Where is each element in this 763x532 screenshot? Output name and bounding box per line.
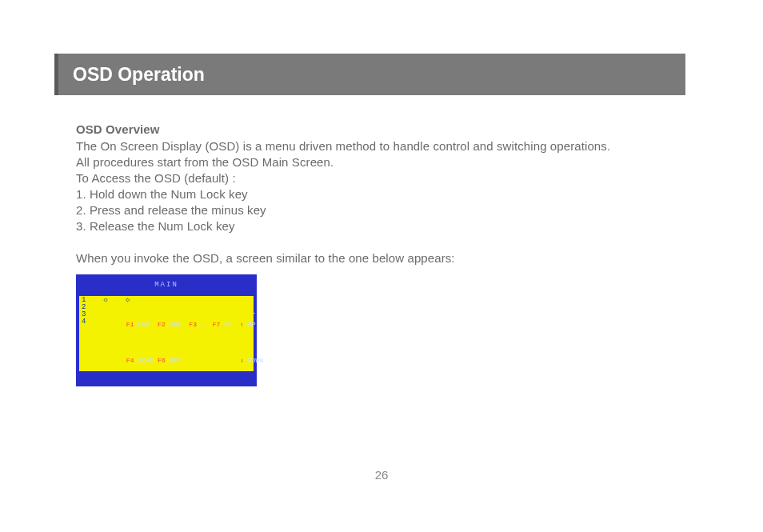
osd-screenshot: MAIN PN KVM USB ⊕ ☼ NAME 1 ☼ ☼ 2 3 4 F1:… <box>76 274 257 386</box>
fkey-label: F2 <box>158 321 166 328</box>
fkey-action: :SCAN <box>134 357 158 364</box>
fkey-label: F3 <box>189 321 197 328</box>
fkey-label: F1 <box>126 321 134 328</box>
body-text: When you invoke the OSD, a screen simila… <box>76 250 685 266</box>
osd-frame: MAIN PN KVM USB ⊕ ☼ NAME 1 ☼ ☼ 2 3 4 F1:… <box>76 274 257 386</box>
body-text: To Access the OSD (default) : <box>76 170 685 186</box>
fkey-label: F4 <box>126 357 134 364</box>
content-block: OSD Overview The On Screen Display (OSD)… <box>76 122 685 386</box>
fkey-action: :PN <box>220 321 240 328</box>
osd-footer-line2: F4:SCAN F6:SET ⇂:DOWN <box>79 350 254 371</box>
step-item: 1. Hold down the Num Lock key <box>76 186 685 202</box>
fkey-action: :KVM <box>134 321 158 328</box>
osd-footer: F1:KVM F2:USB F3:☼ F7:PN ↿:UP F4:SCAN F6… <box>79 299 254 386</box>
step-item: 2. Press and release the minus key <box>76 202 685 218</box>
document-page: OSD Operation OSD Overview The On Screen… <box>0 0 763 532</box>
osd-footer-line1: F1:KVM F2:USB F3:☼ F7:PN ↿:UP <box>79 314 254 335</box>
fkey-label: F6 <box>158 357 166 364</box>
section-title: OSD Operation <box>73 64 205 86</box>
fkey-action: :UP <box>244 321 256 328</box>
fkey-action: :☼ <box>197 321 213 328</box>
fkey-action: :DOWN <box>244 357 264 364</box>
spacer <box>76 234 685 250</box>
body-text: All procedures start from the OSD Main S… <box>76 154 685 170</box>
section-banner: OSD Operation <box>54 54 685 95</box>
step-item: 3. Release the Num Lock key <box>76 218 685 234</box>
page-number: 26 <box>0 468 763 482</box>
subsection-heading: OSD Overview <box>76 122 685 138</box>
fkey-action: :SET <box>166 357 240 364</box>
fkey-label: F7 <box>213 321 221 328</box>
body-text: The On Screen Display (OSD) is a menu dr… <box>76 138 685 154</box>
fkey-action: :USB <box>166 321 189 328</box>
